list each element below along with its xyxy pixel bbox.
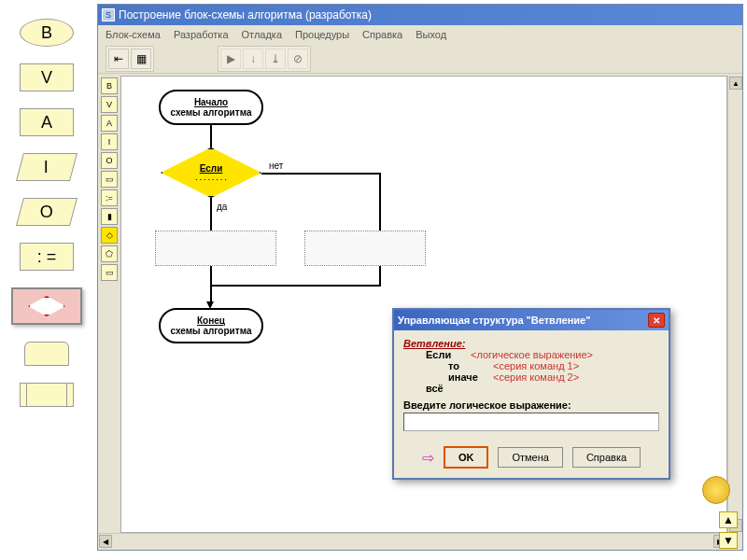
palette-btn[interactable]: ▭	[101, 171, 118, 188]
menu-blockscheme[interactable]: Блок-схема	[106, 29, 161, 40]
ph-else: <серия команд 2>	[493, 371, 579, 383]
tool-stop-button[interactable]: ⊘	[288, 49, 308, 69]
scroll-left-button[interactable]: ◀	[99, 535, 112, 548]
shape-predefined-button[interactable]	[20, 383, 74, 407]
connector	[379, 173, 381, 231]
shape-process-v-button[interactable]: V	[20, 63, 74, 91]
kw-else: иначе	[448, 371, 493, 383]
inner-palette: B V A I O ▭ := ▮ ◇ ⬠ ▭	[100, 76, 119, 283]
toolbar: ⇤ ▦ ▶ ↓ ⤓ ⊘	[98, 44, 742, 74]
close-button[interactable]: ✕	[648, 313, 665, 328]
shape-label: A	[41, 113, 52, 133]
tool-insert-button[interactable]: ⇤	[108, 49, 129, 69]
no-label: нет	[269, 161, 283, 171]
ok-button[interactable]: OK	[444, 446, 489, 469]
dialog-body: Ветвление: Если<логическое выражение> то…	[394, 330, 669, 439]
then-placeholder[interactable]	[155, 231, 276, 266]
shape-decision-button-selected[interactable]	[11, 287, 82, 325]
shape-label: I	[44, 158, 49, 177]
tool-view-button[interactable]: ▦	[131, 49, 151, 69]
dialog-buttons: ⇨ OK Отмена Справка	[394, 439, 669, 478]
menu-help[interactable]: Справка	[362, 29, 402, 40]
shape-process-a-button[interactable]: A	[20, 108, 74, 136]
end-title: Конец	[197, 315, 225, 326]
dialog-heading: Ветвление:	[403, 338, 659, 349]
shape-sidebar: B V A I O : =	[0, 0, 93, 560]
menu-debug[interactable]: Отладка	[242, 29, 282, 40]
start-node[interactable]: Начало схемы алгоритма	[159, 90, 263, 125]
tool-stepdown-button[interactable]: ↓	[243, 49, 263, 69]
nav-down-button[interactable]: ▼	[719, 532, 738, 549]
connector	[210, 285, 212, 303]
app-icon: S	[102, 8, 115, 21]
palette-decision-btn[interactable]: ◇	[101, 227, 118, 244]
shape-input-button[interactable]: I	[16, 153, 78, 181]
connector	[210, 285, 381, 287]
branching-dialog: Управляющая структура "Ветвление" ✕ Ветв…	[392, 308, 670, 480]
expression-input[interactable]	[403, 413, 659, 431]
decision-node[interactable]: Если . . . . . . . .	[161, 147, 261, 198]
shape-label: B	[41, 23, 52, 43]
title-bar: S Построение блок-схемы алгоритма (разра…	[98, 5, 742, 25]
palette-btn[interactable]: V	[101, 96, 118, 113]
scroll-up-button[interactable]: ▲	[729, 77, 742, 90]
ph-cond: <логическое выражение>	[471, 349, 593, 360]
connector	[261, 173, 381, 175]
kw-then: то	[448, 360, 493, 371]
decision-dots: . . . . . . . .	[195, 174, 226, 182]
hint-arrow-icon: ⇨	[422, 449, 434, 467]
connector	[379, 266, 381, 285]
palette-btn[interactable]: ▮	[101, 208, 118, 225]
input-label: Введите логическое выражение:	[403, 399, 659, 411]
help-button[interactable]: Справка	[572, 447, 641, 468]
smiley-icon	[702, 476, 730, 504]
window-title: Построение блок-схемы алгоритма (разрабо…	[119, 8, 372, 21]
shape-output-button[interactable]: O	[16, 198, 78, 226]
shape-label: O	[40, 203, 53, 222]
palette-btn[interactable]: B	[101, 77, 118, 94]
menu-bar: Блок-схема Разработка Отладка Процедуры …	[98, 25, 742, 44]
palette-btn[interactable]: :=	[101, 189, 118, 206]
else-placeholder[interactable]	[304, 231, 426, 266]
palette-btn[interactable]: O	[101, 152, 118, 169]
vertical-scrollbar[interactable]: ▲ ▼	[727, 76, 742, 533]
kw-all: всё	[426, 383, 471, 394]
horizontal-scrollbar[interactable]: ◀ ▶	[98, 533, 727, 550]
palette-btn[interactable]: ⬠	[101, 245, 118, 262]
tool-play-button[interactable]: ▶	[220, 49, 241, 69]
menu-procedures[interactable]: Процедуры	[295, 29, 349, 40]
shape-label: : =	[37, 247, 57, 267]
shape-assign-button[interactable]: : =	[20, 243, 74, 271]
connector	[210, 125, 212, 147]
cancel-button[interactable]: Отмена	[498, 447, 562, 468]
end-node[interactable]: Конец схемы алгоритма	[159, 308, 263, 343]
menu-exit[interactable]: Выход	[416, 29, 446, 40]
tool-stepinto-button[interactable]: ⤓	[265, 49, 286, 69]
palette-btn[interactable]: I	[101, 133, 118, 150]
shape-display-button[interactable]	[24, 342, 69, 366]
ph-then: <серия команд 1>	[493, 360, 579, 371]
yes-label: да	[217, 202, 227, 212]
end-subtitle: схемы алгоритма	[171, 326, 252, 336]
start-subtitle: схемы алгоритма	[171, 107, 252, 118]
start-title: Начало	[194, 97, 228, 107]
palette-btn[interactable]: ▭	[101, 264, 118, 281]
diamond-icon	[28, 296, 65, 316]
shape-label: V	[41, 68, 52, 88]
connector	[210, 198, 212, 231]
nav-up-button[interactable]: ▲	[719, 511, 738, 528]
menu-development[interactable]: Разработка	[174, 29, 229, 40]
shape-terminator-button[interactable]: B	[20, 19, 74, 47]
kw-if: Если	[426, 349, 471, 360]
tool-group-edit: ⇤ ▦	[106, 46, 154, 72]
palette-btn[interactable]: A	[101, 115, 118, 132]
tool-group-run: ▶ ↓ ⤓ ⊘	[218, 46, 311, 72]
dialog-title-bar[interactable]: Управляющая структура "Ветвление" ✕	[394, 310, 669, 330]
dialog-title: Управляющая структура "Ветвление"	[398, 315, 590, 326]
decision-label: Если	[200, 163, 223, 174]
